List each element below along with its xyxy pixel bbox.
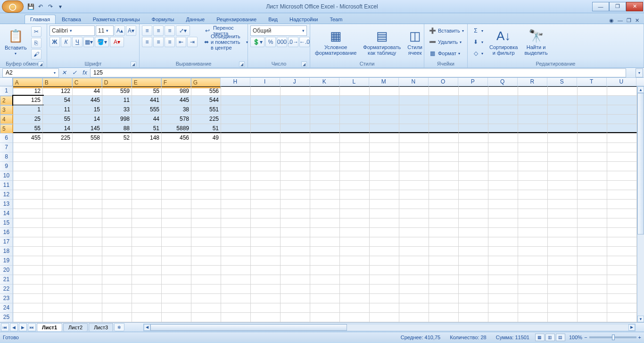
cell-S25[interactable] [548, 313, 578, 322]
cell-U16[interactable] [607, 228, 637, 237]
cell-E4[interactable]: 44 [132, 115, 162, 124]
sheet-tab-Лист3[interactable]: Лист3 [89, 323, 113, 331]
align-center-button[interactable]: ≡ [153, 37, 164, 47]
col-header-Q[interactable]: Q [488, 78, 518, 86]
row-header-11[interactable]: 11 [0, 181, 13, 190]
cell-J4[interactable] [281, 115, 310, 124]
row-header-12[interactable]: 12 [0, 190, 13, 200]
cell-N11[interactable] [399, 181, 429, 190]
row-header-1[interactable]: 1 [0, 86, 13, 96]
cell-K18[interactable] [310, 247, 340, 256]
cell-H15[interactable] [221, 218, 251, 227]
formula-input[interactable]: 125 [90, 68, 626, 77]
cell-M25[interactable] [370, 313, 399, 322]
cell-P10[interactable] [459, 171, 488, 180]
tab-главная[interactable]: Главная [25, 15, 56, 24]
cell-D19[interactable] [102, 256, 132, 265]
row-header-23[interactable]: 23 [0, 294, 13, 303]
cell-J5[interactable] [281, 124, 310, 133]
cell-I23[interactable] [251, 294, 281, 303]
cell-D21[interactable] [102, 275, 132, 284]
font-name-select[interactable]: Calibri▾ [50, 25, 95, 36]
row-header-24[interactable]: 24 [0, 303, 13, 313]
cell-B17[interactable] [43, 237, 73, 246]
cell-D16[interactable] [102, 228, 132, 237]
cell-B1[interactable]: 122 [43, 86, 73, 95]
cell-F11[interactable] [162, 181, 191, 190]
cell-F6[interactable]: 456 [162, 134, 191, 142]
cell-A13[interactable] [13, 200, 43, 209]
cell-F9[interactable] [162, 162, 191, 171]
cell-N3[interactable] [399, 105, 429, 114]
cell-A9[interactable] [13, 162, 43, 171]
cell-A2[interactable]: 125 [13, 96, 43, 105]
cell-G10[interactable] [191, 171, 221, 180]
cell-L18[interactable] [340, 247, 370, 256]
cell-R23[interactable] [518, 294, 548, 303]
normal-view-button[interactable]: ▦ [535, 334, 545, 341]
cell-C15[interactable] [73, 218, 102, 227]
cell-C22[interactable] [73, 284, 102, 293]
page-layout-view-button[interactable]: ▥ [545, 334, 555, 341]
cell-M10[interactable] [370, 171, 399, 180]
cell-D15[interactable] [102, 218, 132, 227]
cell-M7[interactable] [370, 143, 399, 152]
cell-J18[interactable] [281, 247, 310, 256]
number-format-select[interactable]: Общий▾ [250, 25, 307, 36]
cell-S20[interactable] [548, 266, 578, 275]
cell-D12[interactable] [102, 190, 132, 199]
cell-R19[interactable] [518, 256, 548, 265]
cell-G4[interactable]: 225 [191, 115, 221, 124]
cell-K5[interactable] [310, 124, 340, 133]
clear-button[interactable]: ◇▾ [470, 48, 485, 59]
cell-H5[interactable] [221, 124, 251, 133]
cell-K10[interactable] [310, 171, 340, 180]
cell-E5[interactable]: 51 [132, 124, 162, 133]
cell-N17[interactable] [399, 237, 429, 246]
cell-T10[interactable] [578, 171, 607, 180]
col-header-O[interactable]: O [429, 78, 458, 86]
cell-I19[interactable] [251, 256, 281, 265]
cell-B12[interactable] [43, 190, 73, 199]
cell-N19[interactable] [399, 256, 429, 265]
cell-J6[interactable] [281, 134, 310, 142]
cell-M4[interactable] [370, 115, 399, 124]
cell-C24[interactable] [73, 303, 102, 312]
cell-L8[interactable] [340, 152, 370, 161]
cell-F3[interactable]: 38 [162, 105, 191, 114]
cell-A23[interactable] [13, 294, 43, 303]
cell-H10[interactable] [221, 171, 251, 180]
font-launcher[interactable]: ◢ [131, 61, 136, 67]
cell-C14[interactable] [73, 209, 102, 218]
cell-J11[interactable] [281, 181, 310, 190]
fill-button[interactable]: ⬇▾ [470, 37, 485, 47]
cell-O1[interactable] [429, 86, 459, 95]
cell-P11[interactable] [459, 181, 488, 190]
cell-R7[interactable] [518, 143, 548, 152]
cell-H9[interactable] [221, 162, 251, 171]
cell-J16[interactable] [281, 228, 310, 237]
cell-U9[interactable] [607, 162, 637, 171]
cell-Q14[interactable] [488, 209, 518, 218]
cell-C10[interactable] [73, 171, 102, 180]
hscroll-thumb[interactable] [150, 324, 347, 331]
cell-F24[interactable] [162, 303, 191, 312]
cell-S5[interactable] [548, 124, 578, 133]
cell-D24[interactable] [102, 303, 132, 312]
cell-H8[interactable] [221, 152, 251, 161]
cell-G17[interactable] [191, 237, 221, 246]
cell-I20[interactable] [251, 266, 281, 275]
cell-J24[interactable] [281, 303, 310, 312]
cell-S7[interactable] [548, 143, 578, 152]
scroll-down-button[interactable]: ▼ [637, 316, 644, 322]
cell-U25[interactable] [607, 313, 637, 322]
shrink-font-button[interactable]: A▾ [126, 25, 136, 36]
cell-E1[interactable]: 55 [132, 86, 162, 95]
cell-C12[interactable] [73, 190, 102, 199]
cell-R22[interactable] [518, 284, 548, 293]
row-header-20[interactable]: 20 [0, 266, 13, 275]
qat-dropdown-icon[interactable]: ▾ [56, 2, 65, 11]
cell-M1[interactable] [370, 86, 399, 95]
cell-P16[interactable] [459, 228, 488, 237]
col-header-S[interactable]: S [547, 78, 577, 86]
